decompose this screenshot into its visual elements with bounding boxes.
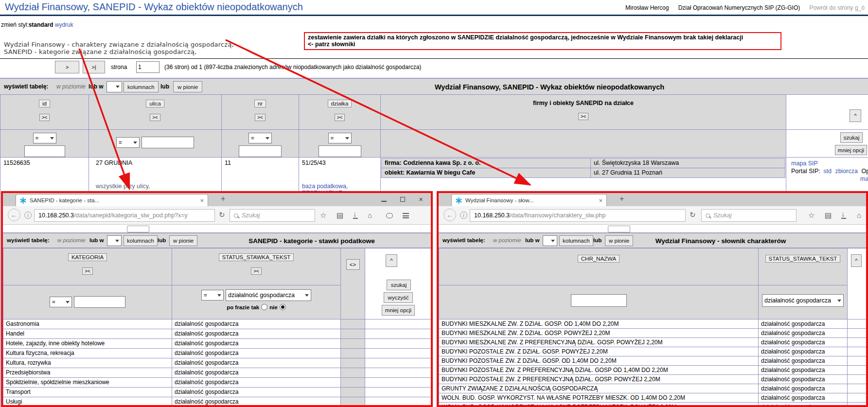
horizontal-option[interactable]: w poziomie [56,83,86,90]
address-bar[interactable]: 10.168.250.3/data/finansowy/charaktery_s… [470,209,686,222]
less-options-button[interactable]: mniej opcji [835,145,867,155]
browser-tab[interactable]: SANEPID - kategorie - sta... × [16,194,208,206]
info-icon[interactable]: i [24,212,32,219]
page-number-input[interactable] [136,61,159,73]
popup-left-titlebar[interactable]: SANEPID - kategorie - sta... × + × [3,193,431,206]
collapse-button[interactable]: ^ [850,109,861,122]
download-icon[interactable]: ↓ [353,210,357,217]
resize-button[interactable]: >< [150,114,160,121]
print-link[interactable]: wydruk [55,21,73,28]
portal-std-link[interactable]: std [823,168,832,175]
last-page-button[interactable]: >| [83,61,105,73]
chat-bubble-icon[interactable] [386,213,393,218]
cell-status: działalność gospodarcza [759,338,848,347]
swap-button[interactable]: <> [346,259,360,270]
horizontal-option[interactable]: w poziomie [493,237,521,243]
column-header-dzialka[interactable]: działka [328,100,352,107]
phrase-no-radio[interactable] [280,304,286,310]
id-filter-input[interactable] [24,145,65,157]
home-icon[interactable]: ⌂ [857,212,861,219]
back-to-main-link[interactable]: Powrót do strony g_ó [810,4,865,11]
tab-close-icon[interactable]: × [200,197,204,204]
columns-button[interactable]: kolumnach [559,235,593,246]
resize-button[interactable]: >< [578,113,589,120]
browser-tab[interactable]: Wydział Finansowy - słow... × [451,194,607,206]
columns-button[interactable]: kolumnach [124,235,158,246]
status-value-select[interactable]: działalność gospodarcza [226,289,311,301]
minimize-icon[interactable] [381,201,387,202]
column-header-status[interactable]: STATUS_STAWKA_TEKST [765,255,841,263]
ulica-filter-input[interactable] [142,137,194,148]
resize-button[interactable]: >< [82,267,93,275]
dzialka-operator-select[interactable]: = [328,133,352,143]
ulica-operator-select[interactable]: = [116,137,140,148]
status-value-select[interactable]: działalność gospodarcza [762,294,844,307]
refresh-icon[interactable]: ↻ [690,211,696,218]
maximize-icon[interactable] [400,197,405,202]
collapse-button[interactable]: ^ [851,254,862,267]
resize-button[interactable]: >< [251,267,262,275]
mapa-sip-link[interactable]: mapa SIP [791,159,868,167]
cell-chr-nazwa: BUDYNKI MIESZKALNE ZW. Z DZIAŁ. GOSP. OD… [439,319,759,329]
nr-filter-input[interactable] [239,145,282,157]
resize-button[interactable]: >< [39,114,50,121]
tab-close-icon[interactable]: × [599,197,602,204]
browser-search-field[interactable]: Szukaj [230,209,315,222]
new-tab-button[interactable]: + [221,195,225,203]
horizontal-option[interactable]: w poziomie [57,237,86,243]
menu-icon[interactable] [403,213,409,220]
columns-count-select[interactable] [106,81,122,92]
search-button[interactable]: szukaj [387,280,411,290]
column-header-status[interactable]: STATUS_STAWKA_TEKST [219,253,294,261]
chr-nazwa-filter-input[interactable] [571,294,627,307]
columns-count-select[interactable] [107,235,122,246]
kategoria-operator-select[interactable]: = [50,297,72,307]
style-standard-link[interactable]: standard [29,21,53,28]
bookmark-star-icon[interactable]: ☆ [320,212,326,219]
column-header-nr[interactable]: nr [254,100,266,107]
home-icon[interactable]: ⌂ [368,212,372,219]
column-header-chr-nazwa[interactable]: CHR_NAZWA [578,255,620,263]
portal-zbiorcza-link[interactable]: zbiorcza [835,168,858,175]
library-icon[interactable]: ▤ [825,212,832,219]
vertical-button[interactable]: w pionie [173,81,202,92]
phrase-yes-radio[interactable] [261,304,267,310]
back-icon[interactable]: ← [8,209,20,221]
clear-button[interactable]: wyczyść [384,292,413,303]
chevron-down-icon [837,300,841,302]
address-bar[interactable]: 10.168.250.3/data/sanepid/kategoria_slw_… [34,209,215,222]
refresh-icon[interactable]: ↻ [219,211,225,218]
nr-operator-select[interactable]: = [248,133,272,143]
portal-extra2-link[interactable]: ma [860,175,868,183]
kategoria-filter-input[interactable] [74,296,125,308]
column-header-kategoria[interactable]: KATEGORIA [68,253,107,261]
vertical-button[interactable]: w pionie [169,235,197,246]
less-options-button[interactable]: mniej opcji [382,305,415,316]
collapse-button[interactable]: ^ [386,254,397,267]
cell-status: działalność gospodarcza [172,339,341,349]
status-operator-select[interactable]: = [201,290,224,301]
column-header-ulica[interactable]: ulica [146,100,164,107]
columns-button[interactable]: kolumnach [124,81,159,92]
resize-button[interactable]: >< [255,114,266,121]
or-label: lub [593,237,602,243]
new-tab-button[interactable]: + [620,195,624,203]
library-icon[interactable]: ▤ [337,212,343,219]
id-operator-select[interactable]: = [33,133,56,143]
info-icon[interactable]: i [460,212,467,219]
bookmark-star-icon[interactable]: ☆ [808,212,815,219]
column-header-id[interactable]: id [39,100,50,107]
close-icon[interactable]: × [419,197,423,202]
browser-search-field[interactable]: Szukaj [701,209,797,222]
baza-podatkowa-link[interactable]: baza podatkowa, [302,183,377,190]
popup-right-titlebar[interactable]: Wydział Finansowy - słow... × + [439,193,866,206]
columns-count-select[interactable] [543,235,557,246]
next-page-button[interactable]: > [55,61,79,73]
ulica-all-link[interactable]: wszystkie przy ulicy, [96,183,218,190]
resize-button[interactable]: >< [335,114,345,121]
download-icon[interactable]: ↓ [841,210,845,217]
back-icon[interactable]: ← [443,209,456,221]
cell-status: działalność gospodarcza [172,319,341,329]
dzialka-filter-input[interactable] [319,145,361,157]
search-button[interactable]: szukaj [840,132,863,143]
